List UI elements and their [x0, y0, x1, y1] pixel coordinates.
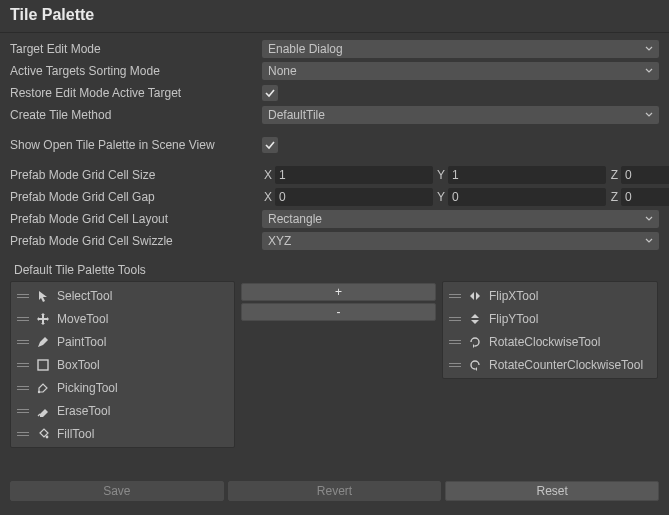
- flipx-icon: [467, 289, 483, 303]
- axis-z-label: Z: [608, 168, 618, 182]
- label-target-edit-mode: Target Edit Mode: [10, 42, 262, 56]
- dropdown-cell-layout[interactable]: Rectangle: [262, 210, 659, 228]
- tool-label: FlipYTool: [489, 312, 538, 326]
- move-icon: [35, 312, 51, 326]
- tool-label: FlipXTool: [489, 289, 538, 303]
- tool-item-erasetool[interactable]: EraseTool: [11, 399, 234, 422]
- label-show-open-in-scene: Show Open Tile Palette in Scene View: [10, 138, 262, 152]
- default-tools-list[interactable]: SelectToolMoveToolPaintToolBoxToolPickin…: [10, 281, 235, 448]
- label-cell-swizzle: Prefab Mode Grid Cell Swizzle: [10, 234, 262, 248]
- paint-icon: [35, 335, 51, 349]
- rotccw-icon: [467, 358, 483, 372]
- label-cell-gap: Prefab Mode Grid Cell Gap: [10, 190, 262, 204]
- dropdown-create-tile-method[interactable]: DefaultTile: [262, 106, 659, 124]
- label-restore-edit-mode: Restore Edit Mode Active Target: [10, 86, 262, 100]
- tool-item-pickingtool[interactable]: PickingTool: [11, 376, 234, 399]
- tool-item-painttool[interactable]: PaintTool: [11, 330, 234, 353]
- axis-y-label: Y: [435, 168, 445, 182]
- svg-point-2: [46, 435, 49, 438]
- axis-x-label: X: [262, 168, 272, 182]
- add-tool-button[interactable]: +: [241, 283, 436, 301]
- tool-label: RotateCounterClockwiseTool: [489, 358, 643, 372]
- drag-handle-icon[interactable]: [17, 340, 29, 344]
- remove-tool-button[interactable]: -: [241, 303, 436, 321]
- cell-size-y[interactable]: [448, 166, 606, 184]
- extra-tools-list[interactable]: FlipXToolFlipYToolRotateClockwiseToolRot…: [442, 281, 658, 379]
- dropdown-cell-swizzle[interactable]: XYZ: [262, 232, 659, 250]
- drag-handle-icon[interactable]: [449, 363, 461, 367]
- tool-item-filltool[interactable]: FillTool: [11, 422, 234, 445]
- tool-label: RotateClockwiseTool: [489, 335, 600, 349]
- page-title: Tile Palette: [0, 0, 669, 33]
- save-button[interactable]: Save: [10, 481, 224, 501]
- tool-label: EraseTool: [57, 404, 110, 418]
- pick-icon: [35, 381, 51, 395]
- tool-label: PaintTool: [57, 335, 106, 349]
- dropdown-target-edit-mode[interactable]: Enable Dialog: [262, 40, 659, 58]
- dropdown-value: None: [268, 64, 297, 78]
- tool-item-movetool[interactable]: MoveTool: [11, 307, 234, 330]
- checkbox-restore-edit-mode[interactable]: [262, 85, 278, 101]
- revert-button[interactable]: Revert: [228, 481, 442, 501]
- tool-item-flipxtool[interactable]: FlipXTool: [443, 284, 657, 307]
- dropdown-value: Rectangle: [268, 212, 322, 226]
- dropdown-value: DefaultTile: [268, 108, 325, 122]
- flipy-icon: [467, 312, 483, 326]
- label-cell-size: Prefab Mode Grid Cell Size: [10, 168, 262, 182]
- tool-item-boxtool[interactable]: BoxTool: [11, 353, 234, 376]
- drag-handle-icon[interactable]: [449, 317, 461, 321]
- tool-label: SelectTool: [57, 289, 112, 303]
- tools-section-title: Default Tile Palette Tools: [10, 261, 659, 279]
- tool-item-flipytool[interactable]: FlipYTool: [443, 307, 657, 330]
- cell-gap-y[interactable]: [448, 188, 606, 206]
- drag-handle-icon[interactable]: [17, 409, 29, 413]
- checkbox-show-open-in-scene[interactable]: [262, 137, 278, 153]
- cell-gap-z[interactable]: [621, 188, 669, 206]
- axis-z-label: Z: [608, 190, 618, 204]
- box-icon: [35, 358, 51, 372]
- label-active-targets-sorting: Active Targets Sorting Mode: [10, 64, 262, 78]
- drag-handle-icon[interactable]: [17, 294, 29, 298]
- axis-x-label: X: [262, 190, 272, 204]
- fill-icon: [35, 427, 51, 441]
- dropdown-value: Enable Dialog: [268, 42, 343, 56]
- tool-item-rotatecounterclockwisetool[interactable]: RotateCounterClockwiseTool: [443, 353, 657, 376]
- erase-icon: [35, 404, 51, 418]
- cell-size-z[interactable]: [621, 166, 669, 184]
- tool-label: FillTool: [57, 427, 94, 441]
- tool-item-rotateclockwisetool[interactable]: RotateClockwiseTool: [443, 330, 657, 353]
- drag-handle-icon[interactable]: [17, 363, 29, 367]
- tool-label: PickingTool: [57, 381, 118, 395]
- rotcw-icon: [467, 335, 483, 349]
- tool-item-selecttool[interactable]: SelectTool: [11, 284, 234, 307]
- drag-handle-icon[interactable]: [17, 317, 29, 321]
- dropdown-value: XYZ: [268, 234, 291, 248]
- cell-size-x[interactable]: [275, 166, 433, 184]
- svg-point-1: [38, 390, 40, 392]
- drag-handle-icon[interactable]: [449, 340, 461, 344]
- drag-handle-icon[interactable]: [449, 294, 461, 298]
- label-cell-layout: Prefab Mode Grid Cell Layout: [10, 212, 262, 226]
- dropdown-active-targets-sorting[interactable]: None: [262, 62, 659, 80]
- drag-handle-icon[interactable]: [17, 432, 29, 436]
- drag-handle-icon[interactable]: [17, 386, 29, 390]
- cell-gap-x[interactable]: [275, 188, 433, 206]
- axis-y-label: Y: [435, 190, 445, 204]
- tool-label: MoveTool: [57, 312, 108, 326]
- svg-rect-0: [38, 360, 48, 370]
- reset-button[interactable]: Reset: [445, 481, 659, 501]
- label-create-tile-method: Create Tile Method: [10, 108, 262, 122]
- tool-label: BoxTool: [57, 358, 100, 372]
- select-icon: [35, 289, 51, 303]
